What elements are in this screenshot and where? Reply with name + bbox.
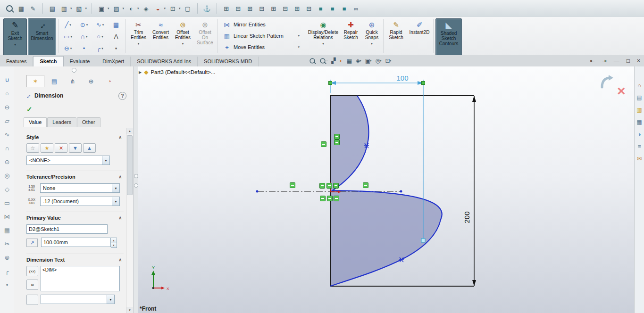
precision-dropdown[interactable]: .12 (Document) ▼: [40, 197, 120, 206]
cropped-control-icon[interactable]: [26, 295, 38, 305]
collapse-right-pane-icon[interactable]: ⇥: [602, 58, 607, 64]
stamp-icon[interactable]: ▤: [48, 3, 57, 14]
vertical-dimension[interactable]: 200: [463, 96, 476, 286]
dim-text-symbol-button-1[interactable]: (xx): [26, 266, 38, 276]
dimxpert-pane-tab[interactable]: ⊕: [83, 75, 100, 87]
display-delete-relations-button[interactable]: ◉ Display/Delete Relations ▾: [307, 18, 340, 56]
airbrush-icon[interactable]: ✎: [28, 3, 38, 14]
window-layout-icon[interactable]: ⊞: [293, 3, 302, 14]
dimension-value-control[interactable]: 100.00mm ▲ ▼: [41, 238, 117, 248]
dropdown-arrow-icon[interactable]: ▾: [85, 7, 87, 10]
home-icon[interactable]: ⌂: [637, 82, 641, 89]
move-entities-button[interactable]: + Move Entities ▾: [219, 41, 303, 53]
collapse-chevron-icon[interactable]: ∧: [118, 215, 124, 220]
tolerance-section-header[interactable]: Tolerance/Precision ∧: [26, 174, 124, 180]
pattern-tool-icon[interactable]: ▦: [4, 227, 10, 234]
collapse-chevron-icon[interactable]: ∧: [118, 135, 124, 140]
tree-pane-tab[interactable]: ⋔: [64, 75, 81, 87]
rectangle-tool-icon[interactable]: ▭: [4, 200, 10, 206]
save-icon[interactable]: ▧: [75, 3, 84, 14]
perimeter-circle-icon[interactable]: ⊙: [5, 159, 10, 165]
window-layout-icon[interactable]: ⊟: [234, 3, 243, 14]
tab-solidworks-mbd[interactable]: SOLIDWORKS MBD: [198, 57, 259, 66]
tab-other[interactable]: Other: [77, 117, 100, 127]
mirror-tool-icon[interactable]: ⋈: [4, 214, 10, 220]
display-pane-tab[interactable]: ◔: [101, 75, 118, 87]
rectangle-tool-icon[interactable]: ▭▾: [60, 31, 76, 42]
panel-resize-handle[interactable]: [72, 68, 76, 73]
centerline-endpoint[interactable]: [256, 190, 259, 193]
add-style-button[interactable]: ★: [41, 143, 53, 153]
graphics-area[interactable]: ▶ ◆ Part3 (Default<<Default>... 200: [138, 66, 635, 313]
pattern-cube-icon[interactable]: ▨: [112, 3, 121, 14]
dropdown-arrow-icon[interactable]: ▼: [107, 295, 114, 304]
dropdown-arrow-icon[interactable]: ▾: [108, 7, 109, 10]
attachment-icon[interactable]: ∞: [351, 3, 361, 14]
dim-text-symbol-button-2[interactable]: ⊗: [26, 280, 38, 290]
tab-solidworks-add-ins[interactable]: SOLIDWORKS Add-Ins: [131, 57, 198, 66]
anchor-icon[interactable]: ⚓: [202, 3, 212, 14]
sketch-viewport[interactable]: 200 100: [138, 66, 635, 313]
dropdown-arrow-icon[interactable]: ▾: [371, 41, 373, 46]
primitive-cube-icon[interactable]: ■: [328, 3, 337, 14]
window-layout-icon[interactable]: ⊞: [269, 3, 278, 14]
image-icon[interactable]: ▦: [17, 3, 26, 14]
custom-pane-tab[interactable]: ▤: [46, 75, 63, 87]
override-value-icon[interactable]: ↗: [26, 239, 38, 247]
dropdown-arrow-icon[interactable]: ▾: [137, 7, 139, 10]
exit-sketch-corner-icon[interactable]: [599, 74, 615, 90]
fillet-tool-icon[interactable]: ╭: [5, 268, 9, 275]
forum-icon[interactable]: ✉: [637, 156, 642, 162]
propertymanager-tab[interactable]: ✶: [26, 75, 44, 87]
appearances-icon[interactable]: ◑: [637, 132, 641, 138]
dropdown-arrow-icon[interactable]: ▾: [123, 7, 125, 10]
point-tool-icon[interactable]: •: [6, 282, 8, 288]
window-layout-icon[interactable]: ⊟: [281, 3, 290, 14]
sketch-picture-icon[interactable]: ▦: [108, 19, 124, 31]
scene-icon[interactable]: ◈: [142, 3, 151, 14]
collapse-chevron-icon[interactable]: ∧: [118, 174, 124, 179]
convert-entities-button[interactable]: ≈ Convert Entities: [150, 18, 172, 56]
window-layout-icon[interactable]: ⊞: [245, 3, 255, 14]
section-view-icon[interactable]: ▞: [331, 58, 335, 64]
dropdown-arrow-icon[interactable]: ▾: [138, 41, 140, 46]
parallelogram-tool-icon[interactable]: ▱: [5, 118, 9, 124]
view-cube-icon[interactable]: ▣: [97, 3, 106, 14]
repair-sketch-button[interactable]: ✚ Repair Sketch: [340, 18, 362, 56]
zoom-fit-icon[interactable]: [309, 58, 316, 64]
dropdown-arrow-icon[interactable]: ▾: [182, 41, 184, 46]
display-style-icon[interactable]: ◈▾: [356, 58, 361, 64]
dropdown-arrow-icon[interactable]: ▾: [70, 7, 72, 10]
offset-entities-button[interactable]: ⊚ Offset Entities ▾: [172, 18, 194, 56]
centerline-endpoint[interactable]: [400, 190, 402, 193]
tab-leaders[interactable]: Leaders: [47, 117, 76, 127]
tab-sketch[interactable]: Sketch: [33, 56, 63, 66]
fillet-tool-icon[interactable]: ╭▾: [92, 42, 108, 54]
dropdown-arrow-icon[interactable]: ▾: [14, 42, 16, 47]
dot-icon[interactable]: ▪: [108, 42, 124, 54]
view-palette-icon[interactable]: ▦: [636, 119, 642, 125]
window-layout-icon[interactable]: ⊟: [304, 3, 314, 14]
design-library-icon[interactable]: ▤: [636, 95, 642, 101]
material-icon[interactable]: ◒: [153, 3, 163, 14]
view-orientation-icon[interactable]: ▣▾: [365, 58, 372, 64]
file-explorer-icon[interactable]: ▥: [636, 107, 642, 113]
ok-button[interactable]: ✓: [26, 105, 33, 114]
dropdown-arrow-icon[interactable]: ▾: [322, 41, 324, 46]
dropdown-arrow-icon[interactable]: ▼: [102, 156, 109, 165]
primitive-cube-icon[interactable]: ■: [340, 3, 349, 14]
dropdown-arrow-icon[interactable]: ▼: [112, 184, 119, 192]
apply-scene-icon[interactable]: ▦: [347, 58, 352, 64]
mirror-entities-button[interactable]: ⋈ Mirror Entities: [219, 19, 303, 30]
text-tool-icon[interactable]: A: [108, 31, 124, 42]
scroll-down-icon[interactable]: ▼: [126, 307, 133, 313]
dimension-attach-handle[interactable]: [421, 239, 425, 242]
style-dropdown[interactable]: <NONE> ▼: [26, 156, 110, 165]
line-tool-icon[interactable]: ╱▾: [60, 19, 76, 31]
dimension-text-area[interactable]: <DIM>: [41, 266, 120, 291]
window-layout-icon[interactable]: ⊟: [257, 3, 267, 14]
spline-tool-icon[interactable]: ∿: [5, 132, 10, 138]
scrollbar-thumb[interactable]: [127, 135, 133, 195]
restore-icon[interactable]: □: [627, 58, 630, 64]
primary-value-section-header[interactable]: Primary Value ∧: [26, 215, 124, 221]
